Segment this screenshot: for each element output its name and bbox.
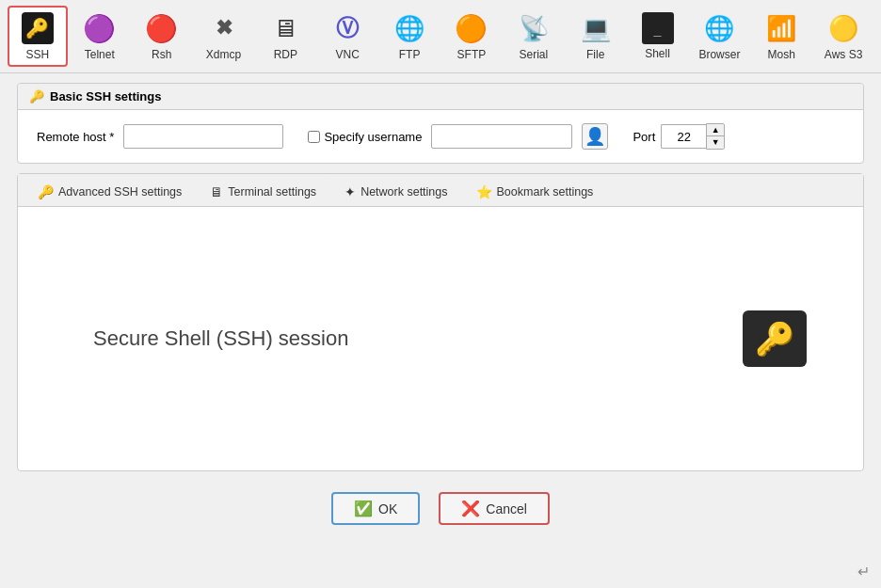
toolbar-item-rsh[interactable]: 🔴 Rsh	[132, 6, 192, 67]
specify-username-label: Specify username	[324, 130, 422, 144]
port-down-button[interactable]: ▼	[707, 136, 724, 149]
port-spinner: ▲ ▼	[661, 123, 725, 150]
toolbar-label-rdp: RDP	[274, 48, 297, 61]
user-icon-button[interactable]: 👤	[582, 123, 608, 150]
tab-header: 🔑 Advanced SSH settings 🖥 Terminal setti…	[18, 174, 863, 207]
ssh-session-text: Secure Shell (SSH) session	[93, 326, 348, 351]
toolbar-item-xdmcp[interactable]: ✖ Xdmcp	[194, 6, 254, 67]
xdmcp-icon: ✖	[207, 11, 241, 45]
toolbar-label-mosh: Mosh	[768, 48, 795, 61]
ok-icon: ✅	[354, 500, 373, 517]
sftp-icon: 🟠	[455, 11, 489, 45]
toolbar-label-file: File	[586, 48, 604, 61]
toolbar-label-ftp: FTP	[399, 48, 421, 61]
shell-icon: _	[642, 12, 674, 44]
advanced-ssh-tab-label: Advanced SSH settings	[58, 185, 182, 199]
toolbar-item-awss3[interactable]: 🟡 Aws S3	[813, 6, 873, 67]
toolbar-label-browser: Browser	[698, 48, 740, 61]
settings-tab-panel: 🔑 Advanced SSH settings 🖥 Terminal setti…	[17, 173, 864, 471]
cancel-icon: ❌	[461, 500, 480, 517]
toolbar-label-vnc: VNC	[336, 48, 360, 61]
remote-host-input[interactable]	[123, 124, 283, 149]
toolbar-item-telnet[interactable]: 🟣 Telnet	[70, 6, 130, 67]
network-tab-label: Network settings	[360, 185, 447, 199]
cancel-button[interactable]: ❌ Cancel	[439, 492, 550, 525]
terminal-tab-label: Terminal settings	[228, 185, 316, 199]
toolbar-label-telnet: Telnet	[85, 48, 115, 61]
serial-icon: 📡	[517, 11, 551, 45]
specify-username-checkbox[interactable]	[308, 131, 320, 143]
ok-label: OK	[378, 501, 397, 516]
advanced-ssh-tab-icon: 🔑	[38, 184, 54, 199]
tab-body: Secure Shell (SSH) session 🔑	[18, 207, 863, 470]
bookmark-tab-icon: ⭐	[476, 184, 492, 199]
rdp-icon: 🖥	[268, 11, 302, 45]
username-input[interactable]	[431, 124, 572, 149]
port-input[interactable]	[661, 124, 706, 149]
basic-ssh-panel: 🔑 Basic SSH settings Remote host * Speci…	[17, 83, 864, 164]
file-icon: 💻	[579, 11, 613, 45]
port-section: Port ▲ ▼	[633, 123, 725, 150]
toolbar-item-mosh[interactable]: 📶 Mosh	[751, 6, 811, 67]
awss3-icon: 🟡	[826, 11, 860, 45]
ssh-icon: 🔑	[21, 11, 55, 45]
telnet-icon: 🟣	[83, 11, 117, 45]
tab-advanced-ssh[interactable]: 🔑 Advanced SSH settings	[24, 177, 196, 206]
toolbar-label-sftp: SFTP	[457, 48, 487, 61]
toolbar-item-ssh[interactable]: 🔑 SSH	[8, 6, 68, 67]
port-up-button[interactable]: ▲	[707, 124, 724, 136]
toolbar-item-serial[interactable]: 📡 Serial	[504, 6, 564, 67]
toolbar-label-shell: Shell	[645, 47, 670, 60]
toolbar-item-vnc[interactable]: Ⓥ VNC	[317, 6, 377, 67]
toolbar-label-xdmcp: Xdmcp	[206, 48, 241, 61]
toolbar-label-rsh: Rsh	[152, 48, 171, 61]
ssh-key-large-icon: 🔑	[743, 310, 807, 367]
port-label: Port	[633, 130, 655, 144]
ok-button[interactable]: ✅ OK	[331, 492, 420, 525]
footer-buttons: ✅ OK ❌ Cancel	[17, 483, 864, 534]
basic-panel-body: Remote host * Specify username 👤 Port ▲ …	[18, 110, 863, 163]
toolbar-item-sftp[interactable]: 🟠 SFTP	[441, 6, 502, 67]
network-tab-icon: ✦	[344, 184, 356, 199]
toolbar-item-shell[interactable]: _ Shell	[628, 6, 688, 67]
toolbar-item-ftp[interactable]: 🌐 FTP	[379, 6, 440, 67]
toolbar-label-awss3: Aws S3	[825, 48, 862, 61]
tab-bookmark[interactable]: ⭐ Bookmark settings	[462, 177, 608, 206]
basic-panel-ssh-icon: 🔑	[29, 89, 44, 103]
vnc-icon: Ⓥ	[330, 11, 364, 45]
ftp-icon: 🌐	[392, 11, 426, 45]
return-arrow: ↵	[857, 563, 870, 580]
browser-icon: 🌐	[702, 11, 736, 45]
toolbar-label-serial: Serial	[519, 48, 548, 61]
specify-username-group: Specify username	[308, 130, 422, 144]
bookmark-tab-label: Bookmark settings	[497, 185, 594, 199]
toolbar-item-browser[interactable]: 🌐 Browser	[689, 6, 749, 67]
tab-network[interactable]: ✦ Network settings	[330, 177, 461, 206]
mosh-icon: 📶	[764, 11, 798, 45]
remote-host-label: Remote host *	[37, 130, 114, 144]
rsh-icon: 🔴	[145, 11, 179, 45]
main-content: 🔑 Basic SSH settings Remote host * Speci…	[0, 73, 881, 544]
terminal-tab-icon: 🖥	[210, 184, 223, 199]
tab-terminal[interactable]: 🖥 Terminal settings	[196, 177, 330, 206]
toolbar-label-ssh: SSH	[26, 48, 50, 61]
cancel-label: Cancel	[486, 501, 527, 516]
basic-panel-header: 🔑 Basic SSH settings	[18, 84, 863, 110]
toolbar: 🔑 SSH 🟣 Telnet 🔴 Rsh ✖ Xdmcp 🖥 RDP Ⓥ VNC…	[0, 0, 881, 73]
basic-panel-title: Basic SSH settings	[50, 89, 162, 103]
toolbar-item-file[interactable]: 💻 File	[566, 6, 626, 67]
toolbar-item-rdp[interactable]: 🖥 RDP	[255, 6, 315, 67]
port-spin-buttons: ▲ ▼	[706, 123, 725, 150]
